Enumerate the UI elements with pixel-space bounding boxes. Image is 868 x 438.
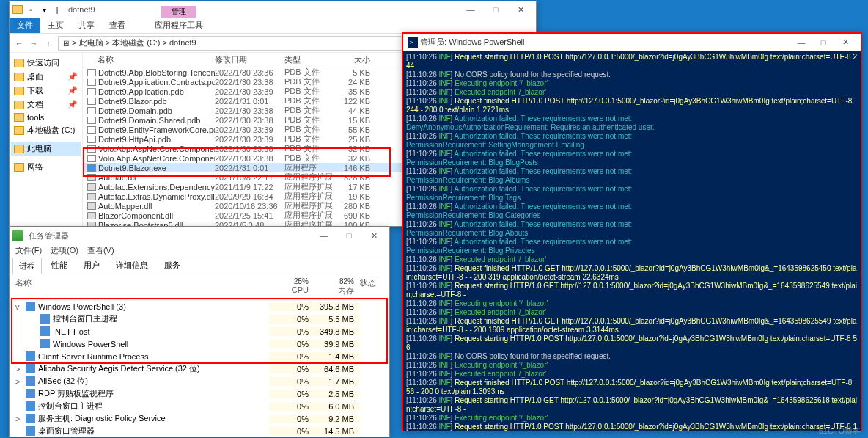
tab-performance[interactable]: 性能 [45,257,74,274]
folder-icon [14,101,24,109]
file-icon [87,136,96,143]
tab-users[interactable]: 用户 [77,257,106,274]
folder-icon [14,59,24,67]
file-icon [87,88,96,95]
process-row[interactable]: Windows PowerShell0%39.9 MB [10,337,389,350]
process-row[interactable]: >服务主机: Diagnostic Policy Service0%9.2 MB [10,412,389,425]
tab-processes[interactable]: 进程 [12,258,42,274]
qat-icon[interactable]: ▾ [39,4,49,15]
folder-icon [14,145,24,153]
ribbon-tab[interactable]: 查看 [102,18,133,33]
process-row[interactable]: 控制台窗口主进程0%5.5 MB [10,313,389,325]
window-title: dotnet9 [68,5,95,14]
process-header[interactable]: 名称 25%CPU 82%内存 状态 [10,274,389,300]
sidebar-item[interactable]: 此电脑 [11,142,81,156]
tab-services[interactable]: 服务 [158,257,187,274]
file-icon [87,155,96,162]
file-icon [87,145,96,153]
tab-details[interactable]: 详细信息 [109,257,155,274]
process-icon [40,326,50,336]
minimize-button[interactable]: — [458,2,483,17]
powershell-window: >_ 管理员: Windows PowerShell — □ ✕ [11:10:… [402,32,862,431]
ribbon-context-header: 管理 [161,6,196,18]
file-icon [87,98,96,105]
process-row[interactable]: .NET Host0%349.8 MB [10,325,389,337]
qat-icon[interactable]: ▫ [26,4,36,15]
process-row[interactable]: vWindows PowerShell (3)0%395.3 MB [10,300,389,313]
sidebar-item[interactable]: 快速访问 [11,56,81,70]
process-row[interactable]: >Alibaba Security Aegis Detect Service (… [10,362,389,375]
file-icon [87,183,96,191]
task-manager-window: 任务管理器 — □ ✕ 文件(F) 选项(O) 查看(V) 进程 性能 用户 详… [9,227,390,437]
terminal-output[interactable]: [11:10:26 INF] Request starting HTTP/1.0… [403,51,861,431]
pin-icon: 📌 [67,86,78,95]
taskmgr-titlebar[interactable]: 任务管理器 — □ ✕ [10,227,389,244]
col-mem[interactable]: 82%内存 [315,277,360,296]
qat-sep: | [52,4,62,15]
maximize-button[interactable]: □ [483,2,508,17]
process-row[interactable]: 控制台窗口主进程0%6.0 MB [10,400,389,412]
back-button[interactable]: ← [12,37,26,50]
expand-icon[interactable]: > [15,365,23,373]
explorer-titlebar[interactable]: ▫ ▾ | dotnet9 — □ ✕ [10,1,536,18]
process-icon [40,339,50,348]
folder-icon [14,163,24,172]
col-name[interactable]: 名称 [83,54,215,65]
up-button[interactable]: ↑ [42,37,55,50]
process-icon [26,376,35,386]
col-name[interactable]: 名称 [10,277,269,296]
menu-item[interactable]: 查看(V) [87,245,114,256]
col-cpu[interactable]: 25%CPU [269,277,315,296]
forward-button[interactable]: → [27,37,40,50]
col-type[interactable]: 类型 [284,54,336,65]
pc-icon: 🖥 [62,39,70,48]
ribbon: 文件 主页 共享 查看 管理 应用程序工具 [10,18,536,34]
expand-icon[interactable]: > [15,377,23,386]
ribbon-file[interactable]: 文件 [10,18,40,33]
menu-item[interactable]: 选项(O) [51,245,78,256]
file-icon [87,193,96,200]
maximize-button[interactable]: □ [812,35,834,50]
sidebar-item[interactable]: 本地磁盘 (C:) [11,123,81,137]
process-icon [26,302,35,311]
ps-titlebar[interactable]: >_ 管理员: Windows PowerShell — □ ✕ [403,34,861,51]
col-size[interactable]: 大小 [336,54,376,65]
close-button[interactable]: ✕ [508,2,533,17]
close-button[interactable]: ✕ [361,228,386,243]
process-icon [26,389,35,398]
sidebar-item[interactable]: tools [11,112,81,123]
process-row[interactable]: RDP 剪贴板监视程序0%2.5 MB [10,387,389,400]
minimize-button[interactable]: — [790,35,812,50]
ribbon-context-tab[interactable]: 应用程序工具 [147,18,210,33]
sidebar-item[interactable]: 网络 [11,160,81,174]
col-status[interactable]: 状态 [360,277,389,296]
file-icon [87,79,96,86]
process-row[interactable]: >AliSec (32 位)0%1.7 MB [10,375,389,387]
ps-icon: >_ [408,37,418,48]
process-icon [26,426,35,436]
ribbon-tab[interactable]: 主页 [40,18,71,33]
process-row[interactable]: 桌面窗口管理器0%14.5 MB [10,425,389,437]
expand-icon[interactable]: > [15,415,23,423]
maximize-button[interactable]: □ [336,228,361,243]
menu-item[interactable]: 文件(F) [15,245,42,256]
col-date[interactable]: 修改日期 [215,54,284,65]
process-row[interactable]: Client Server Runtime Process0%1.4 MB [10,350,389,362]
sidebar-item[interactable]: 文档📌 [11,98,81,112]
process-icon [26,414,35,423]
ribbon-tab[interactable]: 共享 [71,18,102,33]
file-icon [87,212,96,219]
file-icon [87,117,96,124]
close-button[interactable]: ✕ [834,35,856,50]
folder-icon [12,5,23,14]
file-icon [87,107,96,114]
watermark: 51CTO博客 [819,426,861,437]
folder-icon [14,126,24,135]
file-icon [87,174,96,181]
folder-icon [14,73,24,81]
expand-icon[interactable]: v [15,302,23,311]
minimize-button[interactable]: — [312,228,336,243]
sidebar-item[interactable]: 下载📌 [11,84,81,98]
pin-icon: 📌 [67,72,78,81]
sidebar-item[interactable]: 桌面📌 [11,70,81,84]
